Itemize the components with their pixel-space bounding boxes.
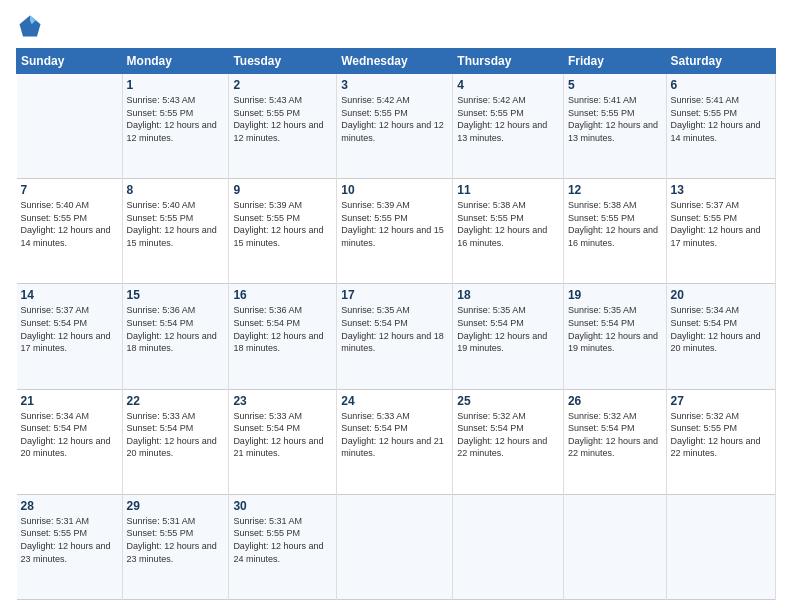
calendar-cell: 25Sunrise: 5:32 AMSunset: 5:54 PMDayligh… <box>453 389 564 494</box>
day-info: Sunrise: 5:38 AMSunset: 5:55 PMDaylight:… <box>568 199 662 249</box>
day-info: Sunrise: 5:33 AMSunset: 5:54 PMDaylight:… <box>127 410 225 460</box>
calendar-cell: 10Sunrise: 5:39 AMSunset: 5:55 PMDayligh… <box>337 179 453 284</box>
header-day-tuesday: Tuesday <box>229 49 337 74</box>
day-number: 3 <box>341 78 448 92</box>
calendar-week-5: 28Sunrise: 5:31 AMSunset: 5:55 PMDayligh… <box>17 494 776 599</box>
calendar-week-3: 14Sunrise: 5:37 AMSunset: 5:54 PMDayligh… <box>17 284 776 389</box>
day-info: Sunrise: 5:34 AMSunset: 5:54 PMDaylight:… <box>671 304 771 354</box>
day-number: 10 <box>341 183 448 197</box>
calendar-cell: 9Sunrise: 5:39 AMSunset: 5:55 PMDaylight… <box>229 179 337 284</box>
calendar-cell: 1Sunrise: 5:43 AMSunset: 5:55 PMDaylight… <box>122 74 229 179</box>
calendar-cell: 3Sunrise: 5:42 AMSunset: 5:55 PMDaylight… <box>337 74 453 179</box>
day-info: Sunrise: 5:31 AMSunset: 5:55 PMDaylight:… <box>21 515 118 565</box>
day-info: Sunrise: 5:36 AMSunset: 5:54 PMDaylight:… <box>127 304 225 354</box>
day-number: 16 <box>233 288 332 302</box>
day-number: 6 <box>671 78 771 92</box>
logo <box>16 12 48 40</box>
calendar-cell: 11Sunrise: 5:38 AMSunset: 5:55 PMDayligh… <box>453 179 564 284</box>
calendar-cell: 24Sunrise: 5:33 AMSunset: 5:54 PMDayligh… <box>337 389 453 494</box>
day-number: 4 <box>457 78 559 92</box>
day-info: Sunrise: 5:32 AMSunset: 5:54 PMDaylight:… <box>568 410 662 460</box>
day-number: 13 <box>671 183 771 197</box>
day-number: 18 <box>457 288 559 302</box>
calendar-cell: 23Sunrise: 5:33 AMSunset: 5:54 PMDayligh… <box>229 389 337 494</box>
calendar-cell: 22Sunrise: 5:33 AMSunset: 5:54 PMDayligh… <box>122 389 229 494</box>
day-number: 22 <box>127 394 225 408</box>
day-number: 17 <box>341 288 448 302</box>
logo-icon <box>16 12 44 40</box>
day-info: Sunrise: 5:37 AMSunset: 5:55 PMDaylight:… <box>671 199 771 249</box>
calendar-cell: 20Sunrise: 5:34 AMSunset: 5:54 PMDayligh… <box>666 284 775 389</box>
calendar-cell: 6Sunrise: 5:41 AMSunset: 5:55 PMDaylight… <box>666 74 775 179</box>
calendar-cell: 15Sunrise: 5:36 AMSunset: 5:54 PMDayligh… <box>122 284 229 389</box>
day-number: 25 <box>457 394 559 408</box>
day-number: 29 <box>127 499 225 513</box>
calendar-cell: 26Sunrise: 5:32 AMSunset: 5:54 PMDayligh… <box>563 389 666 494</box>
day-number: 5 <box>568 78 662 92</box>
calendar-cell: 5Sunrise: 5:41 AMSunset: 5:55 PMDaylight… <box>563 74 666 179</box>
header-day-thursday: Thursday <box>453 49 564 74</box>
calendar-cell: 27Sunrise: 5:32 AMSunset: 5:55 PMDayligh… <box>666 389 775 494</box>
day-info: Sunrise: 5:43 AMSunset: 5:55 PMDaylight:… <box>233 94 332 144</box>
calendar-cell: 13Sunrise: 5:37 AMSunset: 5:55 PMDayligh… <box>666 179 775 284</box>
day-number: 24 <box>341 394 448 408</box>
day-number: 15 <box>127 288 225 302</box>
calendar-cell: 16Sunrise: 5:36 AMSunset: 5:54 PMDayligh… <box>229 284 337 389</box>
day-number: 20 <box>671 288 771 302</box>
day-info: Sunrise: 5:42 AMSunset: 5:55 PMDaylight:… <box>341 94 448 144</box>
day-info: Sunrise: 5:32 AMSunset: 5:54 PMDaylight:… <box>457 410 559 460</box>
day-info: Sunrise: 5:38 AMSunset: 5:55 PMDaylight:… <box>457 199 559 249</box>
day-info: Sunrise: 5:31 AMSunset: 5:55 PMDaylight:… <box>233 515 332 565</box>
header <box>16 12 776 40</box>
day-info: Sunrise: 5:36 AMSunset: 5:54 PMDaylight:… <box>233 304 332 354</box>
calendar-cell <box>563 494 666 599</box>
calendar-cell: 2Sunrise: 5:43 AMSunset: 5:55 PMDaylight… <box>229 74 337 179</box>
calendar-cell <box>337 494 453 599</box>
calendar-cell: 28Sunrise: 5:31 AMSunset: 5:55 PMDayligh… <box>17 494 123 599</box>
day-number: 19 <box>568 288 662 302</box>
day-info: Sunrise: 5:32 AMSunset: 5:55 PMDaylight:… <box>671 410 771 460</box>
day-info: Sunrise: 5:35 AMSunset: 5:54 PMDaylight:… <box>568 304 662 354</box>
calendar-cell <box>666 494 775 599</box>
calendar-cell: 19Sunrise: 5:35 AMSunset: 5:54 PMDayligh… <box>563 284 666 389</box>
day-number: 11 <box>457 183 559 197</box>
day-number: 1 <box>127 78 225 92</box>
calendar-week-1: 1Sunrise: 5:43 AMSunset: 5:55 PMDaylight… <box>17 74 776 179</box>
calendar-cell: 7Sunrise: 5:40 AMSunset: 5:55 PMDaylight… <box>17 179 123 284</box>
calendar-cell <box>17 74 123 179</box>
day-info: Sunrise: 5:40 AMSunset: 5:55 PMDaylight:… <box>21 199 118 249</box>
day-info: Sunrise: 5:41 AMSunset: 5:55 PMDaylight:… <box>568 94 662 144</box>
day-info: Sunrise: 5:33 AMSunset: 5:54 PMDaylight:… <box>233 410 332 460</box>
day-info: Sunrise: 5:34 AMSunset: 5:54 PMDaylight:… <box>21 410 118 460</box>
day-number: 8 <box>127 183 225 197</box>
day-number: 2 <box>233 78 332 92</box>
day-number: 12 <box>568 183 662 197</box>
day-number: 9 <box>233 183 332 197</box>
day-info: Sunrise: 5:42 AMSunset: 5:55 PMDaylight:… <box>457 94 559 144</box>
calendar-header-row: SundayMondayTuesdayWednesdayThursdayFrid… <box>17 49 776 74</box>
day-info: Sunrise: 5:37 AMSunset: 5:54 PMDaylight:… <box>21 304 118 354</box>
calendar-cell: 8Sunrise: 5:40 AMSunset: 5:55 PMDaylight… <box>122 179 229 284</box>
calendar-cell: 30Sunrise: 5:31 AMSunset: 5:55 PMDayligh… <box>229 494 337 599</box>
day-info: Sunrise: 5:31 AMSunset: 5:55 PMDaylight:… <box>127 515 225 565</box>
day-number: 23 <box>233 394 332 408</box>
day-info: Sunrise: 5:35 AMSunset: 5:54 PMDaylight:… <box>341 304 448 354</box>
day-number: 28 <box>21 499 118 513</box>
calendar-cell: 17Sunrise: 5:35 AMSunset: 5:54 PMDayligh… <box>337 284 453 389</box>
calendar-week-2: 7Sunrise: 5:40 AMSunset: 5:55 PMDaylight… <box>17 179 776 284</box>
calendar-cell: 21Sunrise: 5:34 AMSunset: 5:54 PMDayligh… <box>17 389 123 494</box>
day-info: Sunrise: 5:35 AMSunset: 5:54 PMDaylight:… <box>457 304 559 354</box>
calendar-cell: 14Sunrise: 5:37 AMSunset: 5:54 PMDayligh… <box>17 284 123 389</box>
day-info: Sunrise: 5:39 AMSunset: 5:55 PMDaylight:… <box>233 199 332 249</box>
day-number: 14 <box>21 288 118 302</box>
day-info: Sunrise: 5:33 AMSunset: 5:54 PMDaylight:… <box>341 410 448 460</box>
page: SundayMondayTuesdayWednesdayThursdayFrid… <box>0 0 792 612</box>
header-day-saturday: Saturday <box>666 49 775 74</box>
day-number: 27 <box>671 394 771 408</box>
header-day-sunday: Sunday <box>17 49 123 74</box>
day-info: Sunrise: 5:41 AMSunset: 5:55 PMDaylight:… <box>671 94 771 144</box>
day-info: Sunrise: 5:40 AMSunset: 5:55 PMDaylight:… <box>127 199 225 249</box>
calendar-cell: 29Sunrise: 5:31 AMSunset: 5:55 PMDayligh… <box>122 494 229 599</box>
calendar-cell: 18Sunrise: 5:35 AMSunset: 5:54 PMDayligh… <box>453 284 564 389</box>
calendar-cell <box>453 494 564 599</box>
